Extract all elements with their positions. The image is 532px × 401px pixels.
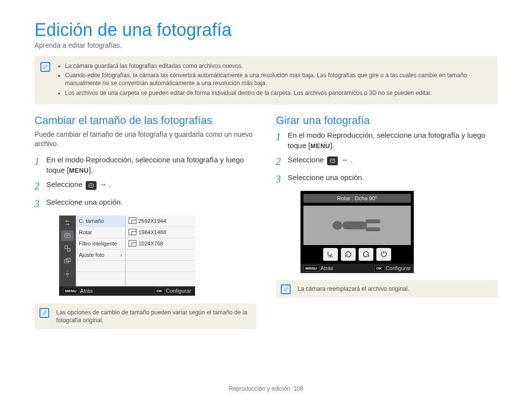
page-footer: Reproducción y edición 108 — [0, 385, 532, 392]
menu-label: MENU — [69, 167, 89, 174]
menu-label: MENU — [310, 142, 330, 150]
size-option[interactable]: 2592X1944 — [126, 216, 195, 227]
footer-back[interactable]: MENUAtrás — [63, 288, 93, 294]
menu-item-empty — [126, 249, 195, 261]
svg-text:OFF: OFF — [328, 255, 333, 258]
pencil-note-icon — [39, 308, 49, 318]
step-text: Seleccione una opción. — [288, 172, 498, 186]
callout-item: Cuando edite fotografías, la cámara las … — [65, 71, 490, 87]
svg-point-8 — [332, 221, 342, 230]
pencil-note-icon — [40, 62, 50, 72]
resize-icon — [129, 240, 136, 247]
step-text: En el modo Reproducción, seleccione una … — [46, 154, 256, 175]
footer-ok[interactable]: OKConfigurar — [155, 288, 191, 294]
edit-icon — [327, 156, 338, 165]
step-number: 2 — [34, 179, 46, 193]
menu-item-resize[interactable]: C. tamaño — [76, 216, 125, 227]
step-number: 3 — [276, 172, 288, 186]
footer-back[interactable]: MENUAtrás — [303, 265, 333, 272]
resize-icon — [129, 229, 136, 235]
rotate-off-button[interactable]: OFF — [323, 248, 338, 261]
section-lead: Puede cambiar el tamaño de una fotografí… — [34, 130, 256, 149]
rotate-180-button[interactable] — [376, 248, 391, 261]
footer-ok[interactable]: OKConfigurar — [374, 265, 411, 272]
svg-rect-2 — [65, 246, 67, 248]
camera-screen-rotate: Rotar : Dcha 90° OFF MENUAtrás OKConfigu… — [300, 191, 414, 273]
svg-rect-9 — [342, 221, 367, 229]
menu-item-adjust[interactable]: Ajuste foto› — [76, 249, 125, 261]
sidebar-icon-multi[interactable] — [61, 256, 74, 267]
callout-item: Los archivos de una carpeta se pueden ed… — [65, 89, 490, 97]
step-text: Seleccione → . — [288, 154, 498, 168]
note-rotate: La cámara reemplazará el archivo origina… — [276, 280, 498, 298]
svg-point-6 — [66, 273, 68, 275]
sidebar-icon-swap[interactable] — [61, 217, 74, 228]
menu-list: C. tamaño Rotar Filtro inteligente Ajust… — [76, 216, 126, 286]
note-resize: Las opciones de cambio de tamaño pueden … — [34, 304, 256, 329]
rotate-preview — [303, 206, 411, 245]
chevron-right-icon: › — [120, 252, 122, 258]
size-option[interactable]: 1984X1488 — [126, 227, 195, 238]
pencil-note-icon — [281, 284, 291, 294]
rotate-cw-button[interactable] — [341, 248, 356, 261]
step-number: 1 — [34, 154, 46, 175]
svg-rect-3 — [67, 248, 70, 251]
page-subtitle: Aprenda a editar fotografías. — [34, 41, 498, 49]
step-number: 1 — [276, 130, 288, 151]
menu-item-empty — [76, 261, 125, 272]
svg-rect-11 — [366, 227, 380, 231]
sidebar-icon-gallery[interactable] — [61, 243, 74, 254]
size-list: 2592X1944 1984X1488 1024X768 — [126, 216, 195, 286]
camera-screen-resize: C. tamaño Rotar Filtro inteligente Ajust… — [59, 216, 195, 296]
step-number: 2 — [276, 154, 288, 168]
sidebar-icon-edit[interactable] — [61, 230, 74, 241]
menu-item-rotate[interactable]: Rotar — [76, 227, 125, 238]
step-number: 3 — [34, 197, 46, 211]
page-title: Edición de una fotografía — [34, 20, 498, 40]
screen-sidebar — [59, 216, 76, 286]
size-option[interactable]: 1024X768 — [126, 238, 195, 249]
step-text: En el modo Reproducción, seleccione una … — [288, 130, 498, 151]
rotate-label: Rotar : Dcha 90° — [303, 194, 411, 203]
menu-item-empty — [126, 261, 195, 272]
step-text: Seleccione una opción. — [46, 197, 256, 211]
info-callout: La cámara guardará las fotografías edita… — [34, 56, 498, 104]
resize-icon — [129, 217, 136, 224]
section-heading-rotate: Girar una fotografía — [276, 114, 498, 127]
rotate-ccw-button[interactable] — [359, 248, 373, 261]
step-text: Seleccione → . — [46, 179, 256, 193]
section-heading-resize: Cambiar el tamaño de las fotografías — [34, 114, 256, 127]
edit-icon — [86, 181, 97, 190]
sidebar-icon-settings[interactable] — [61, 269, 74, 279]
svg-rect-10 — [366, 219, 380, 223]
menu-item-filter[interactable]: Filtro inteligente — [76, 238, 125, 249]
callout-item: La cámara guardará las fotografías edita… — [65, 62, 490, 70]
